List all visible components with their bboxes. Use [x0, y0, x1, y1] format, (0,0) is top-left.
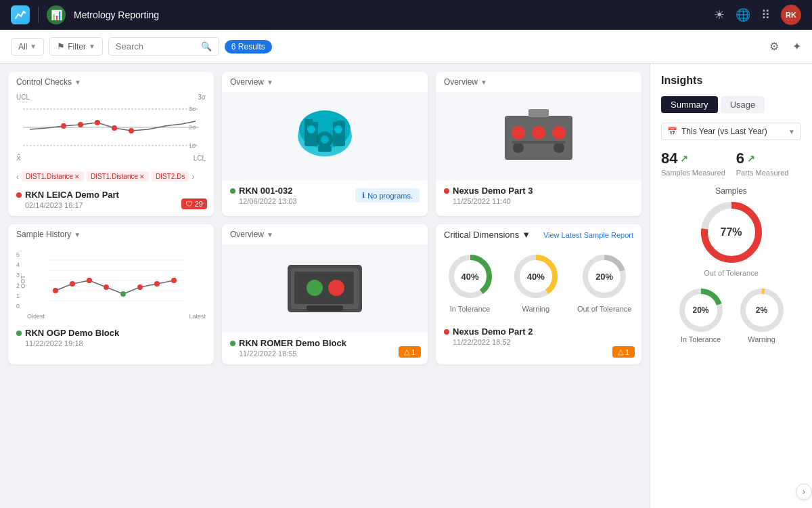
y-5: 5 [16, 251, 23, 258]
magic-wand-icon[interactable]: ✦ [792, 40, 801, 53]
big-donut-pct: 77% [720, 226, 742, 238]
out-tolerance-label: Out of Tolerance [577, 305, 632, 313]
globe-icon[interactable]: 🌐 [736, 7, 750, 22]
tab-usage[interactable]: Usage [721, 96, 765, 113]
card-romer: Overview ▼ RKN ROME [222, 224, 428, 364]
samples-donut-title: Samples [715, 186, 747, 196]
donut-wrapper-yellow: 40% [512, 252, 560, 301]
donut-warning: 40% Warning [512, 252, 560, 313]
tab-summary[interactable]: Summary [661, 96, 718, 113]
svg-point-24 [532, 126, 545, 140]
status-dot-red3 [444, 188, 449, 194]
header-dropdown-arrow[interactable]: ▼ [74, 79, 81, 86]
part-name-label: RKN LEICA Demo Part [25, 190, 119, 200]
svg-point-46 [307, 280, 323, 296]
svg-rect-14 [333, 121, 345, 146]
overview-dropdown1[interactable]: ▼ [267, 79, 273, 86]
settings-icon[interactable]: ⚙ [769, 40, 779, 53]
no-programs-label: No programs. [367, 192, 413, 200]
small-donut-pct1: 20% [692, 305, 708, 315]
app-icon: 📊 [47, 5, 66, 24]
sample-chart-area: OOT [27, 250, 206, 313]
search-input[interactable] [116, 41, 197, 51]
samples-value: 84 ↗ [661, 150, 725, 167]
svg-point-35 [53, 288, 58, 293]
small-donut-warning: 2% Warning [738, 287, 786, 343]
cards-grid: Control Checks ▼ UCL 3σ [0, 64, 650, 508]
date-rkn001: 12/06/2022 13:03 [230, 197, 297, 205]
y-4: 4 [16, 261, 23, 268]
svg-point-41 [154, 281, 160, 287]
svg-point-42 [171, 278, 177, 283]
no-programs-badge: ℹ No programs. [355, 188, 420, 203]
donut-out-tolerance: 20% Out of Tolerance [577, 252, 632, 313]
user-avatar[interactable]: RK [781, 5, 801, 25]
shield-icon: 🛡 [185, 200, 193, 208]
date-nexus3: 11/25/2022 11:40 [444, 197, 633, 205]
part-label-nexus3: Nexus Demo Part 3 [453, 186, 533, 196]
triangle-count-romer: 1 [411, 348, 415, 356]
sample-chart-container: 5 4 3 2 1 0 OOT [16, 250, 206, 313]
tag-dist1b: DIST1.Distance ✕ [87, 171, 149, 182]
overview-dropdown-romer[interactable]: ▼ [267, 231, 273, 238]
card-footer-ogp: RKN OGP Demo Block 11/22/2022 19:18 [8, 322, 214, 354]
collapse-panel-button[interactable]: › [796, 484, 812, 500]
svg-point-25 [552, 126, 566, 140]
triangle-badge-nexus2: △ 1 [612, 346, 635, 358]
critical-dropdown[interactable]: ▼ [522, 230, 531, 240]
status-dot-romer [230, 341, 235, 346]
sample-dropdown[interactable]: ▼ [74, 231, 81, 238]
svg-point-7 [129, 128, 134, 133]
date-filter-arrow: ▼ [788, 128, 795, 135]
overview-dropdown2[interactable]: ▼ [480, 79, 487, 86]
date-filter-label: This Year (vs Last Year) [681, 127, 767, 136]
card-image-nexus3 [436, 92, 641, 180]
svg-rect-17 [313, 112, 337, 122]
date-romer: 11/22/2022 18:55 [230, 350, 420, 358]
x-latest: Latest [189, 313, 206, 320]
svg-point-16 [334, 125, 342, 133]
card-nexus-part3: Overview ▼ [436, 72, 641, 216]
part-name-rkn001: RKN 001-032 [230, 186, 297, 196]
date-nexus2: 11/22/2022 18:52 [444, 338, 633, 346]
card-footer-nexus2: Nexus Demo Part 2 11/22/2022 18:52 [436, 321, 641, 353]
date-ogp: 11/22/2022 19:18 [16, 339, 206, 347]
filter-icon: ⚑ [57, 41, 65, 51]
status-dot-green1 [230, 188, 235, 194]
parts-value: 6 ↗ [736, 150, 789, 167]
tags-nav-right[interactable]: › [191, 172, 194, 182]
card-body-control: UCL 3σ [8, 92, 214, 169]
all-filter-button[interactable]: All ▼ [11, 38, 44, 56]
part-name-leica: RKN LEICA Demo Part [16, 190, 206, 200]
warning-label: Warning [522, 305, 549, 313]
date-filter[interactable]: 📅 This Year (vs Last Year) ▼ [661, 123, 801, 140]
samples-trend-icon: ↗ [680, 153, 688, 164]
in-tolerance-pct: 40% [461, 272, 479, 282]
insights-panel: Insights Summary Usage 📅 This Year (vs L… [650, 64, 812, 508]
samples-metric: 84 ↗ Samples Measured [661, 150, 725, 177]
insights-tabs: Summary Usage [661, 96, 801, 113]
card-nexus-part2: Critical Dimensions ▼ View Latest Sample… [436, 224, 641, 364]
donut-wrapper-green: 40% [446, 252, 495, 301]
svg-point-47 [328, 280, 344, 296]
svg-point-23 [512, 126, 525, 140]
status-dot-ogp [16, 331, 22, 336]
svg-point-3 [61, 123, 66, 129]
svg-point-6 [112, 125, 117, 131]
view-report-link[interactable]: View Latest Sample Report [543, 231, 633, 239]
samples-label: Samples Measured [661, 169, 725, 177]
tags-nav-left[interactable]: ‹ [16, 172, 19, 182]
warning-count: 29 [195, 200, 203, 208]
sample-chart-body: 5 4 3 2 1 0 OOT [8, 245, 214, 322]
search-icon[interactable]: 🔍 [201, 41, 212, 51]
status-dot-nexus2 [444, 329, 449, 335]
svg-point-4 [78, 122, 83, 127]
results-badge: 6 Results [225, 40, 272, 54]
grid-icon[interactable]: ⠿ [761, 7, 770, 22]
filter-button[interactable]: ⚑ Filter ▼ [49, 37, 103, 56]
filter-arrow: ▼ [89, 43, 95, 50]
svg-text:1σ: 1σ [189, 142, 196, 149]
ucl-value: 3σ [198, 93, 206, 101]
sun-icon[interactable]: ☀ [714, 7, 725, 22]
svg-point-38 [104, 284, 109, 290]
